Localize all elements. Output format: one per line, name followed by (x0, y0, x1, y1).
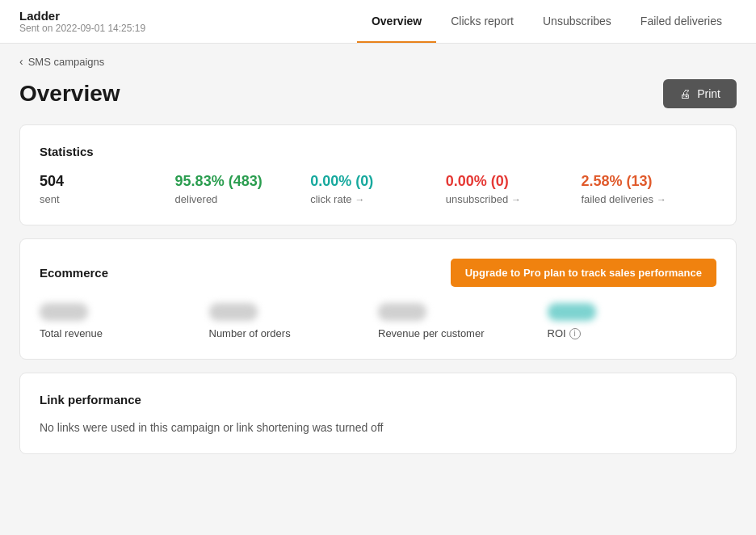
stat-sent-label: sent (40, 193, 175, 205)
failed-arrow-icon: → (657, 194, 666, 205)
roi-blur (548, 303, 596, 321)
nav-tabs: Overview Clicks report Unsubscribes Fail… (357, 0, 737, 43)
stat-delivered-label: delivered (175, 193, 311, 205)
total-revenue-blur (40, 303, 88, 321)
page-wrapper: ‹ SMS campaigns Overview 🖨 Print Statist… (0, 44, 756, 493)
revenue-per-customer-blur (378, 303, 426, 321)
stat-sent: 504 sent (40, 173, 175, 205)
stat-click-rate-label: click rate → (310, 193, 446, 205)
number-of-orders-label: Number of orders (209, 327, 291, 339)
stat-click-rate-value: 0.00% (0) (310, 173, 446, 190)
print-button[interactable]: 🖨 Print (663, 79, 737, 108)
campaign-brand: Ladder Sent on 2022-09-01 14:25:19 (19, 0, 145, 43)
ecommerce-metrics: Total revenue Number of orders Revenue p… (40, 303, 716, 339)
page-title: Overview (19, 81, 120, 107)
top-nav: Ladder Sent on 2022-09-01 14:25:19 Overv… (0, 0, 756, 44)
ecommerce-header: Ecommerce Upgrade to Pro plan to track s… (40, 259, 716, 287)
breadcrumb-label: SMS campaigns (28, 56, 105, 68)
stat-unsubscribed-label: unsubscribed → (446, 193, 582, 205)
roi-info-icon[interactable]: i (569, 328, 581, 339)
stat-failed-label: failed deliveries → (581, 193, 716, 205)
statistics-card: Statistics 504 sent 95.83% (483) deliver… (19, 124, 737, 225)
metric-total-revenue: Total revenue (40, 303, 209, 339)
click-rate-arrow-icon: → (355, 194, 364, 205)
page-header: Overview 🖨 Print (19, 79, 737, 108)
roi-label: ROI i (548, 327, 581, 339)
upgrade-button[interactable]: Upgrade to Pro plan to track sales perfo… (451, 259, 716, 287)
unsubscribed-arrow-icon: → (511, 194, 521, 205)
link-performance-message: No links were used in this campaign or l… (40, 421, 716, 434)
revenue-per-customer-label: Revenue per customer (378, 327, 485, 339)
stat-delivered: 95.83% (483) delivered (175, 173, 311, 205)
stat-failed-value: 2.58% (13) (581, 173, 716, 190)
tab-failed-deliveries[interactable]: Failed deliveries (626, 0, 737, 43)
tab-overview[interactable]: Overview (357, 0, 436, 43)
metric-roi: ROI i (548, 303, 717, 339)
campaign-date: Sent on 2022-09-01 14:25:19 (19, 23, 145, 34)
ecommerce-title: Ecommerce (40, 266, 108, 280)
metric-number-of-orders: Number of orders (209, 303, 379, 339)
breadcrumb[interactable]: ‹ SMS campaigns (19, 44, 737, 79)
ecommerce-card: Ecommerce Upgrade to Pro plan to track s… (19, 238, 737, 360)
link-performance-card: Link performance No links were used in t… (19, 373, 737, 454)
stat-unsubscribed[interactable]: 0.00% (0) unsubscribed → (446, 173, 582, 205)
printer-icon: 🖨 (679, 87, 691, 100)
link-performance-title: Link performance (40, 393, 716, 407)
stat-failed-deliveries[interactable]: 2.58% (13) failed deliveries → (581, 173, 716, 205)
number-of-orders-blur (209, 303, 258, 321)
stat-sent-value: 504 (40, 173, 175, 190)
stat-delivered-value: 95.83% (483) (175, 173, 311, 190)
campaign-name: Ladder (19, 9, 145, 23)
total-revenue-label: Total revenue (40, 327, 103, 339)
metric-revenue-per-customer: Revenue per customer (378, 303, 548, 339)
tab-clicks-report[interactable]: Clicks report (436, 0, 528, 43)
tab-unsubscribes[interactable]: Unsubscribes (528, 0, 626, 43)
chevron-left-icon: ‹ (19, 55, 23, 68)
statistics-title: Statistics (40, 145, 716, 158)
stats-row: 504 sent 95.83% (483) delivered 0.00% (0… (40, 173, 716, 205)
stat-click-rate[interactable]: 0.00% (0) click rate → (310, 173, 446, 205)
stat-unsubscribed-value: 0.00% (0) (446, 173, 582, 190)
